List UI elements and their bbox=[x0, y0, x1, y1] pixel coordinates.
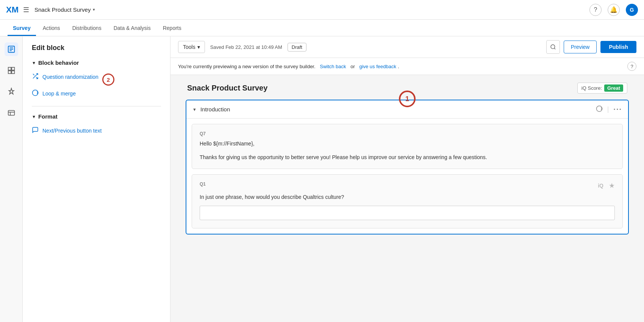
survey-title-bar: Snack Product Survey ▾ bbox=[34, 6, 95, 13]
tools-label: Tools bbox=[183, 44, 195, 50]
feedback-link[interactable]: give us feedback bbox=[359, 64, 396, 69]
svg-line-12 bbox=[554, 48, 555, 49]
block-collapse-icon[interactable]: ▼ bbox=[192, 107, 197, 112]
main-layout: Edit block ▼ Block behavior Question ran… bbox=[0, 36, 644, 322]
tools-button[interactable]: Tools ▾ bbox=[178, 41, 205, 53]
avatar[interactable]: G bbox=[626, 4, 638, 16]
tab-actions[interactable]: Actions bbox=[38, 21, 66, 36]
survey-name: Snack Product Survey bbox=[187, 84, 267, 92]
iq-icon[interactable]: iQ bbox=[598, 183, 603, 189]
survey-content: Tools ▾ Saved Feb 22, 2021 at 10:49 AM D… bbox=[170, 36, 644, 322]
q1-header-row: Q1 iQ ★ bbox=[200, 181, 615, 190]
notice-help-icon[interactable]: ? bbox=[627, 62, 636, 71]
chevron-down-icon[interactable]: ▾ bbox=[93, 7, 95, 12]
loop-merge-icon bbox=[32, 89, 39, 98]
q1-text-input[interactable] bbox=[200, 206, 615, 220]
randomization-badge: 2 bbox=[102, 73, 114, 86]
circle-annotation-1: 1 bbox=[399, 91, 416, 107]
or-text: or bbox=[350, 64, 355, 69]
block-more-icon[interactable]: ··· bbox=[613, 105, 622, 114]
block-behavior-label: Block behavior bbox=[38, 59, 79, 66]
help-icon[interactable]: ? bbox=[589, 4, 602, 16]
tab-survey[interactable]: Survey bbox=[8, 21, 36, 36]
search-button[interactable] bbox=[546, 40, 560, 54]
question-randomization-item[interactable]: Question randomization bbox=[32, 71, 98, 83]
svg-rect-4 bbox=[8, 67, 11, 70]
question-q7-greeting: Hello ${m://FirstName}, bbox=[200, 139, 615, 148]
block-header-actions: | ··· bbox=[596, 105, 622, 114]
format-label: Format bbox=[38, 113, 58, 120]
loop-merge-label: Loop & merge bbox=[42, 91, 76, 97]
survey-body: Snack Product Survey iQ Score: Great 1 ▼ bbox=[170, 75, 644, 322]
top-bar-right: ? 🔔 G bbox=[589, 4, 638, 16]
bell-icon[interactable]: 🔔 bbox=[608, 4, 620, 16]
loop-merge-item[interactable]: Loop & merge bbox=[32, 88, 161, 99]
nav-tabs: Survey Actions Distributions Data & Anal… bbox=[0, 20, 644, 36]
next-prev-icon bbox=[32, 127, 39, 135]
sidebar-paint-icon[interactable] bbox=[5, 85, 18, 98]
edit-panel-title: Edit block bbox=[32, 44, 161, 52]
svg-rect-8 bbox=[8, 111, 14, 116]
xm-logo[interactable]: XM bbox=[6, 5, 19, 15]
sidebar-logic-icon[interactable] bbox=[5, 106, 18, 120]
svg-rect-5 bbox=[11, 67, 14, 70]
question-card-q7: Q7 Hello ${m://FirstName}, Thanks for gi… bbox=[192, 124, 623, 169]
block-title: Introduction bbox=[200, 106, 596, 113]
iq-score-label: iQ Score: bbox=[581, 85, 602, 91]
edit-panel: Edit block ▼ Block behavior Question ran… bbox=[23, 36, 170, 322]
svg-rect-7 bbox=[11, 71, 14, 73]
content-toolbar: Tools ▾ Saved Feb 22, 2021 at 10:49 AM D… bbox=[170, 36, 644, 58]
sidebar-layout-icon[interactable] bbox=[5, 64, 18, 77]
survey-title: Snack Product Survey bbox=[34, 6, 91, 13]
switch-back-link[interactable]: Switch back bbox=[320, 64, 346, 69]
tab-reports[interactable]: Reports bbox=[158, 21, 187, 36]
tab-distributions[interactable]: Distributions bbox=[67, 21, 107, 36]
tab-data-analysis[interactable]: Data & Analysis bbox=[108, 21, 156, 36]
svg-point-11 bbox=[551, 45, 555, 49]
star-icon[interactable]: ★ bbox=[609, 181, 615, 190]
question-q1-text: In just one phrase, how would you descri… bbox=[200, 193, 615, 201]
period-text: . bbox=[398, 64, 399, 69]
q1-actions: iQ ★ bbox=[598, 181, 615, 190]
next-prev-label: Next/Previous button text bbox=[42, 128, 102, 134]
publish-button[interactable]: Publish bbox=[600, 41, 636, 53]
block-divider: | bbox=[607, 105, 609, 113]
block-behavior-header[interactable]: ▼ Block behavior bbox=[32, 59, 161, 66]
question-q7-body: Thanks for giving us the opportunity to … bbox=[200, 153, 615, 161]
question-q7-label: Q7 bbox=[200, 131, 615, 136]
iq-score-value: Great bbox=[604, 84, 623, 92]
question-card-q1: Q1 iQ ★ In just one phrase, how would yo… bbox=[192, 174, 623, 228]
next-prev-button-item[interactable]: Next/Previous button text bbox=[32, 125, 161, 136]
draft-badge: Draft bbox=[288, 43, 306, 52]
preview-button[interactable]: Preview bbox=[564, 41, 597, 53]
saved-status: Saved Feb 22, 2021 at 10:49 AM bbox=[210, 44, 282, 50]
preview-notice: You're currently previewing a new versio… bbox=[170, 58, 644, 75]
toolbar-right: Preview Publish bbox=[546, 40, 636, 54]
hamburger-icon[interactable]: ☰ bbox=[23, 6, 29, 14]
top-bar: XM ☰ Snack Product Survey ▾ ? 🔔 G bbox=[0, 0, 644, 20]
sidebar-icons bbox=[0, 36, 23, 322]
xm-logo-text: XM bbox=[6, 5, 19, 15]
format-header[interactable]: ▼ Format bbox=[32, 113, 161, 120]
question-randomization-row: Question randomization 2 bbox=[32, 71, 161, 88]
preview-notice-text: You're currently previewing a new versio… bbox=[178, 64, 316, 69]
randomization-icon bbox=[32, 73, 39, 81]
format-arrow: ▼ bbox=[32, 114, 36, 119]
iq-score-badge: iQ Score: Great bbox=[577, 83, 627, 94]
section-divider-1 bbox=[32, 106, 161, 106]
notice-right: ? bbox=[627, 62, 636, 71]
question-q1-label: Q1 bbox=[200, 181, 206, 187]
question-randomization-label: Question randomization bbox=[42, 74, 98, 80]
svg-rect-6 bbox=[8, 71, 11, 73]
block-container: ▼ Introduction | ··· bbox=[186, 100, 629, 234]
block-area: 1 ▼ Introduction bbox=[186, 100, 629, 234]
block-behavior-arrow: ▼ bbox=[32, 61, 36, 65]
tools-chevron-icon: ▾ bbox=[197, 44, 200, 50]
block-loop-icon[interactable] bbox=[596, 105, 603, 114]
sidebar-survey-icon[interactable] bbox=[5, 42, 18, 56]
